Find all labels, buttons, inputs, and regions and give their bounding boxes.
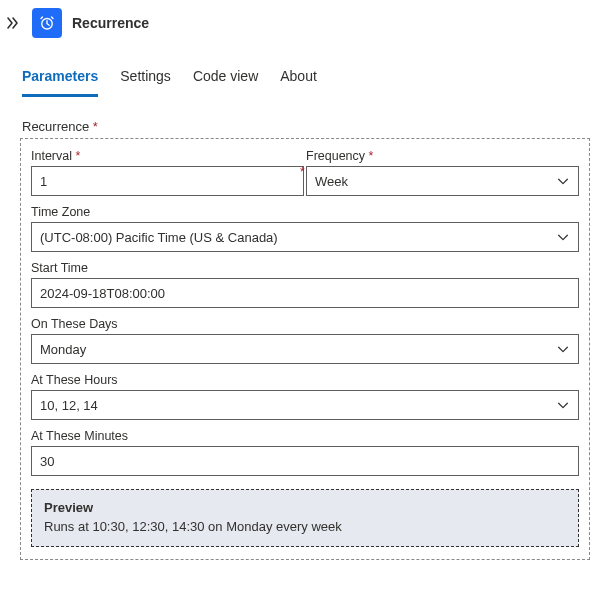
section-label: Recurrence * — [0, 97, 610, 136]
frequency-label: Frequency * — [306, 149, 579, 163]
field-days: On These Days Monday — [31, 317, 579, 364]
starttime-input[interactable]: 2024-09-18T08:00:00 — [31, 278, 579, 308]
timezone-label: Time Zone — [31, 205, 579, 219]
interval-input[interactable]: 1 — [31, 166, 304, 196]
tab-about[interactable]: About — [280, 64, 317, 97]
days-value: Monday — [40, 342, 86, 357]
required-marker: * — [93, 119, 98, 134]
recurrence-fieldset: Interval * 1 Frequency * * Week Time Zon… — [20, 138, 590, 560]
starttime-label: Start Time — [31, 261, 579, 275]
chevron-down-icon — [556, 174, 570, 188]
required-marker: * — [369, 149, 374, 163]
hours-select[interactable]: 10, 12, 14 — [31, 390, 579, 420]
hours-value: 10, 12, 14 — [40, 398, 98, 413]
field-hours: At These Hours 10, 12, 14 — [31, 373, 579, 420]
minutes-label: At These Minutes — [31, 429, 579, 443]
field-timezone: Time Zone (UTC-08:00) Pacific Time (US &… — [31, 205, 579, 252]
preview-box: Preview Runs at 10:30, 12:30, 14:30 on M… — [31, 489, 579, 547]
tab-bar: Parameters Settings Code view About — [0, 42, 610, 97]
field-interval: Interval * 1 — [31, 149, 304, 196]
timezone-value: (UTC-08:00) Pacific Time (US & Canada) — [40, 230, 278, 245]
field-frequency: Frequency * * Week — [306, 149, 579, 196]
preview-title: Preview — [44, 500, 566, 515]
hours-label: At These Hours — [31, 373, 579, 387]
panel-header: Recurrence — [0, 0, 610, 42]
tab-codeview[interactable]: Code view — [193, 64, 258, 97]
frequency-label-text: Frequency — [306, 149, 365, 163]
chevron-down-icon — [556, 342, 570, 356]
preview-text: Runs at 10:30, 12:30, 14:30 on Monday ev… — [44, 519, 566, 534]
chevron-down-icon — [556, 230, 570, 244]
required-marker: * — [300, 165, 305, 179]
timezone-select[interactable]: (UTC-08:00) Pacific Time (US & Canada) — [31, 222, 579, 252]
field-starttime: Start Time 2024-09-18T08:00:00 — [31, 261, 579, 308]
tab-parameters[interactable]: Parameters — [22, 64, 98, 97]
interval-value: 1 — [40, 174, 47, 189]
minutes-value: 30 — [40, 454, 54, 469]
days-select[interactable]: Monday — [31, 334, 579, 364]
interval-label-text: Interval — [31, 149, 72, 163]
clock-icon — [32, 8, 62, 38]
row-interval-frequency: Interval * 1 Frequency * * Week — [31, 149, 579, 196]
frequency-value: Week — [315, 174, 348, 189]
section-label-text: Recurrence — [22, 119, 89, 134]
frequency-select[interactable]: * Week — [306, 166, 579, 196]
field-minutes: At These Minutes 30 — [31, 429, 579, 476]
tab-settings[interactable]: Settings — [120, 64, 171, 97]
minutes-input[interactable]: 30 — [31, 446, 579, 476]
required-marker: * — [75, 149, 80, 163]
panel-title: Recurrence — [72, 15, 149, 31]
expand-icon[interactable] — [4, 14, 22, 32]
days-label: On These Days — [31, 317, 579, 331]
interval-label: Interval * — [31, 149, 304, 163]
chevron-down-icon — [556, 398, 570, 412]
starttime-value: 2024-09-18T08:00:00 — [40, 286, 165, 301]
